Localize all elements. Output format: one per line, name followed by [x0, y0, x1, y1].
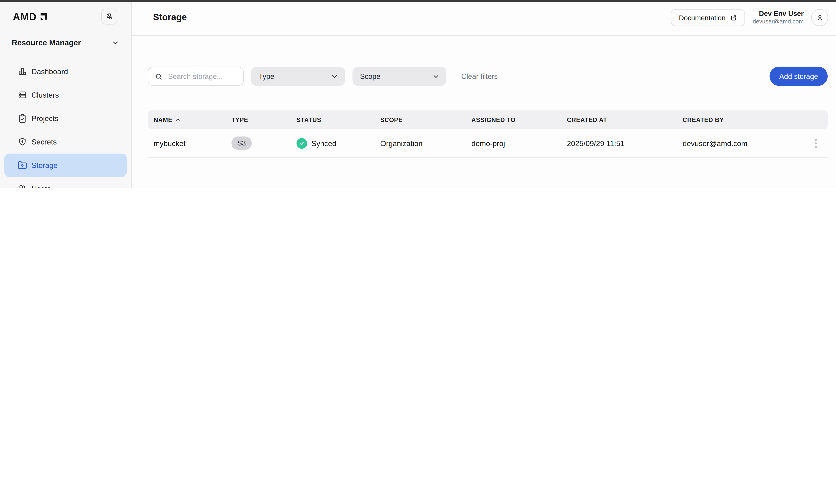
sidebar-item-label: Users — [32, 185, 51, 188]
synced-check-icon — [297, 138, 307, 149]
cell-status: Synced — [290, 138, 374, 149]
clipboard-check-icon — [18, 114, 27, 123]
documentation-button[interactable]: Documentation — [671, 9, 745, 26]
sort-asc-icon — [175, 117, 181, 123]
user-name: Dev Env User — [753, 9, 804, 18]
cell-created-at: 2025/09/29 11:51 — [561, 139, 677, 148]
status-label: Synced — [311, 139, 336, 148]
main-area: Storage Documentation Dev Env User — [132, 0, 836, 188]
scope-filter-dropdown[interactable]: Scope — [353, 66, 446, 86]
sidebar-item-storage[interactable]: Storage — [4, 154, 127, 177]
type-filter-label: Type — [259, 72, 274, 80]
top-edge-strip — [0, 0, 836, 2]
column-header-scope[interactable]: SCOPE — [374, 116, 466, 123]
shield-icon — [18, 137, 27, 147]
clear-filters-button[interactable]: Clear filters — [461, 72, 498, 80]
scope-filter-label: Scope — [360, 72, 380, 80]
sidebar: AMD — [0, 0, 132, 188]
column-header-name[interactable]: NAME — [148, 116, 226, 123]
cell-name: mybucket — [148, 139, 226, 148]
chevron-down-icon — [330, 72, 339, 80]
topbar: Storage Documentation Dev Env User — [132, 0, 836, 36]
avatar[interactable] — [811, 9, 828, 26]
search-input[interactable] — [167, 72, 237, 81]
row-actions-menu[interactable] — [804, 138, 828, 148]
type-filter-dropdown[interactable]: Type — [251, 66, 345, 86]
filters-bar: Type Scope Clear filters Add storage — [148, 66, 828, 86]
pin-off-icon — [105, 12, 114, 21]
dots-vertical-icon — [815, 138, 817, 140]
users-icon — [18, 184, 27, 188]
column-header-type[interactable]: TYPE — [226, 116, 290, 123]
sidebar-item-label: Clusters — [32, 91, 59, 99]
column-header-created-by[interactable]: CREATED BY — [677, 116, 804, 123]
column-header-status[interactable]: STATUS — [290, 116, 374, 123]
table-row[interactable]: mybucket S3 Synced Organization demo-pro… — [148, 129, 828, 158]
cell-created-by: devuser@amd.com — [677, 139, 804, 148]
server-icon — [18, 90, 27, 100]
documentation-label: Documentation — [679, 14, 725, 21]
external-link-icon — [730, 14, 737, 21]
sidebar-item-dashboard[interactable]: Dashboard — [4, 60, 127, 83]
sidebar-item-label: Storage — [32, 161, 58, 170]
storage-table: NAME TYPE STATUS SCOPE ASSIGNED TO CREAT… — [148, 110, 828, 158]
sidebar-unpin-button[interactable] — [101, 8, 117, 24]
sidebar-item-label: Projects — [32, 114, 58, 123]
page-title: Storage — [153, 12, 187, 23]
chevron-down-icon — [112, 39, 119, 47]
column-header-assigned-to[interactable]: ASSIGNED TO — [466, 116, 561, 123]
user-info: Dev Env User devuser@amd.com — [753, 9, 804, 25]
sidebar-item-label: Secrets — [32, 137, 57, 146]
user-email: devuser@amd.com — [753, 18, 804, 26]
search-icon — [155, 72, 163, 80]
cell-assigned-to: demo-proj — [466, 139, 561, 148]
amd-logo: AMD — [13, 11, 49, 22]
app-viewport: AMD — [0, 0, 836, 188]
table-header: NAME TYPE STATUS SCOPE ASSIGNED TO CREAT… — [148, 110, 828, 129]
column-header-created-at[interactable]: CREATED AT — [561, 116, 677, 123]
content-area: Type Scope Clear filters Add storage — [132, 36, 836, 188]
sidebar-item-secrets[interactable]: Secrets — [4, 130, 127, 154]
user-icon — [816, 14, 824, 21]
cell-type: S3 — [226, 137, 290, 150]
amd-logo-mark — [38, 11, 49, 22]
section-title: Resource Manager — [12, 38, 81, 47]
sidebar-nav: Dashboard Clusters — [0, 60, 131, 188]
search-box[interactable] — [148, 66, 244, 86]
bar-chart-icon — [18, 66, 27, 76]
chevron-down-icon — [432, 72, 440, 80]
type-badge: S3 — [231, 137, 252, 150]
sidebar-item-users[interactable]: Users — [4, 177, 127, 188]
resource-manager-section[interactable]: Resource Manager — [0, 38, 131, 47]
amd-logo-text: AMD — [13, 12, 37, 22]
sidebar-item-clusters[interactable]: Clusters — [4, 83, 127, 107]
sidebar-item-label: Dashboard — [32, 67, 68, 76]
sidebar-item-projects[interactable]: Projects — [4, 107, 127, 130]
cell-scope: Organization — [374, 139, 466, 148]
add-storage-button[interactable]: Add storage — [770, 66, 828, 86]
folder-icon — [18, 160, 27, 170]
